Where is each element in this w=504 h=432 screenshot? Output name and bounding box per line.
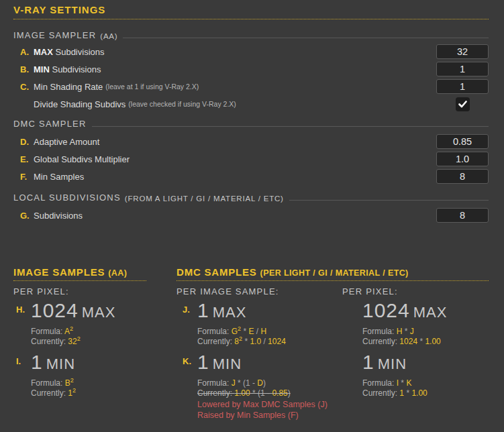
formula-line: Formula: I * K [362, 378, 427, 388]
sample-unit: MIN [378, 356, 407, 372]
sample-number: 1024 [31, 299, 79, 321]
divide-shading-subdivs-checkbox[interactable] [456, 97, 470, 111]
vray-settings-panel: V-RAY SETTINGS IMAGE SAMPLER (AA) A. MAX… [0, 0, 504, 432]
section-divider-line [289, 200, 489, 201]
sample-number: 1024 [362, 299, 410, 321]
sample-formulas: Formula: B2 Currently: 12 [31, 378, 76, 398]
formula-line: Formula: B2 [31, 378, 76, 388]
sample-block-k-min: K. 1MIN Formula: J * (1 - D) Currently: … [183, 353, 327, 421]
row-letter-label: F. [20, 172, 34, 182]
row-letter-label: A. [20, 47, 34, 57]
sample-content: 1MIN Formula: B2 Currently: 12 [31, 353, 76, 398]
sample-big-value: 1024MAX [31, 301, 115, 323]
currently-line: Currently: 1 * 1.00 [362, 388, 427, 398]
sample-content: 1MAX Formula: G2 * E / H Currently: 82 *… [197, 301, 286, 347]
sample-content: 1024MAX Formula: H * J Currently: 1024 *… [362, 301, 447, 347]
section-divider-line [123, 38, 489, 38]
formula-line: Formula: A2 [31, 327, 115, 337]
sample-formulas: Formula: A2 Currently: 322 [31, 327, 115, 347]
heading-paren: (AA) [108, 268, 127, 278]
local-subdivisions-input[interactable] [436, 208, 489, 223]
sample-block-j-max: J. 1MAX Formula: G2 * E / H Currently: 8… [183, 301, 286, 347]
sample-number: 1 [197, 299, 209, 321]
sample-unit: MIN [46, 356, 75, 372]
row-label: Subdivisions [53, 47, 105, 57]
global-subdivs-multiplier-input[interactable] [436, 152, 489, 166]
row-divide-shading-subdivs: Divide Shading Subdivs (leave checked if… [13, 95, 489, 113]
sample-big-value: 1MIN [197, 353, 327, 375]
sample-formulas: Formula: G2 * E / H Currently: 82 * 1.0 … [197, 327, 286, 347]
sample-content: 1MIN Formula: J * (1 - D) Currently: 1.0… [197, 353, 327, 421]
sample-big-value: 1MAX [197, 301, 286, 323]
sample-big-value: 1MIN [31, 353, 76, 375]
sample-content: 1MIN Formula: I * K Currently: 1 * 1.00 [362, 353, 427, 398]
sample-block-perpixel-max: 1024MAX Formula: H * J Currently: 1024 *… [362, 301, 447, 347]
sample-letter-label: K. [183, 353, 197, 421]
row-global-subdivs-multiplier: E. Global Subdivs Multiplier [13, 150, 489, 168]
sample-block-perpixel-min: 1MIN Formula: I * K Currently: 1 * 1.00 [362, 353, 427, 398]
sample-letter-label: H. [16, 301, 31, 347]
section-header-dmc-sampler: DMC SAMPLER [13, 119, 489, 129]
section-header-local-subdivisions: LOCAL SUBDIVISIONS (FROM A LIGHT / GI / … [13, 193, 489, 203]
column-label-per-pixel: PER PIXEL: [342, 286, 398, 296]
row-min-samples: F. Min Samples [13, 168, 489, 185]
sample-unit: MAX [82, 304, 116, 321]
sample-big-value: 1MIN [362, 353, 427, 375]
sample-notes: Lowered by Max DMC Samples (J) Raised by… [197, 400, 327, 421]
sample-block-i-min: I. 1MIN Formula: B2 Currently: 12 [16, 353, 76, 398]
sample-unit: MAX [413, 304, 448, 321]
sample-number: 1 [197, 351, 209, 373]
row-label-bold: MIN [34, 64, 50, 74]
section-header-label: DMC SAMPLER [13, 119, 87, 129]
column-label-per-pixel: PER PIXEL: [13, 286, 69, 296]
sample-number: 1 [31, 351, 43, 373]
formula-line: Formula: H * J [362, 327, 447, 337]
row-max-subdivisions: A. MAX Subdivisions [13, 43, 489, 60]
sample-formulas: Formula: H * J Currently: 1024 * 1.00 [362, 327, 447, 347]
row-label: Subdivisions [34, 211, 83, 221]
heading-text: IMAGE SAMPLES [13, 266, 105, 278]
sample-unit: MAX [213, 304, 247, 321]
row-letter-label: D. [20, 137, 34, 147]
heading-text: DMC SAMPLES [177, 266, 257, 278]
row-label: Adaptive Amount [34, 137, 99, 147]
heading-paren: (PER LIGHT / GI / MATERIAL / ETC) [260, 268, 409, 278]
sample-big-value: 1024MAX [362, 301, 447, 323]
row-letter-label: G. [20, 211, 34, 221]
sample-formulas: Formula: I * K Currently: 1 * 1.00 [362, 378, 427, 398]
currently-line-struck: Currently: 1.00 * (1 - 0.85) [197, 388, 327, 398]
sample-number: 1 [362, 351, 374, 373]
row-label: Min Shading Rate [34, 82, 103, 92]
row-min-subdivisions: B. MIN Subdivisions [13, 60, 489, 78]
note-lowered: Lowered by Max DMC Samples (J) [197, 400, 327, 411]
row-local-subdivisions: G. Subdivisions [13, 207, 489, 224]
row-label-bold: MAX [34, 47, 53, 57]
min-samples-input[interactable] [436, 169, 489, 184]
currently-line: Currently: 82 * 1.0 / 1024 [197, 337, 286, 347]
row-label: Global Subdivs Multiplier [34, 154, 130, 164]
page-title: V-RAY SETTINGS [13, 4, 489, 19]
currently-line: Currently: 322 [31, 337, 115, 347]
heading-dmc-samples: DMC SAMPLES (PER LIGHT / GI / MATERIAL /… [177, 266, 489, 281]
note-raised: Raised by Min Samples (F) [197, 411, 327, 421]
max-subdivisions-input[interactable] [436, 44, 489, 59]
sample-block-h-max: H. 1024MAX Formula: A2 Currently: 322 [16, 301, 115, 347]
sample-formulas: Formula: J * (1 - D) Currently: 1.00 * (… [197, 378, 327, 421]
formula-line: Formula: J * (1 - D) [197, 378, 327, 388]
adaptive-amount-input[interactable] [436, 134, 489, 149]
row-adaptive-amount: D. Adaptive Amount [13, 133, 489, 150]
row-letter-label: C. [20, 82, 34, 92]
sample-letter-label: J. [183, 301, 197, 347]
row-label: Divide Shading Subdivs [34, 99, 125, 109]
row-letter-label: E. [20, 154, 34, 164]
check-icon [458, 101, 467, 108]
min-subdivisions-input[interactable] [436, 62, 489, 76]
row-label: Min Samples [34, 172, 84, 182]
column-label-per-image-sample: PER IMAGE SAMPLE: [177, 286, 279, 296]
sample-unit: MIN [213, 356, 242, 372]
min-shading-rate-input[interactable] [436, 79, 489, 94]
section-header-paren: (FROM A LIGHT / GI / MATERIAL / ETC) [125, 195, 284, 203]
currently-line: Currently: 1024 * 1.00 [362, 337, 447, 347]
section-header-label: IMAGE SAMPLER [13, 30, 96, 40]
row-letter-label: B. [20, 64, 34, 74]
